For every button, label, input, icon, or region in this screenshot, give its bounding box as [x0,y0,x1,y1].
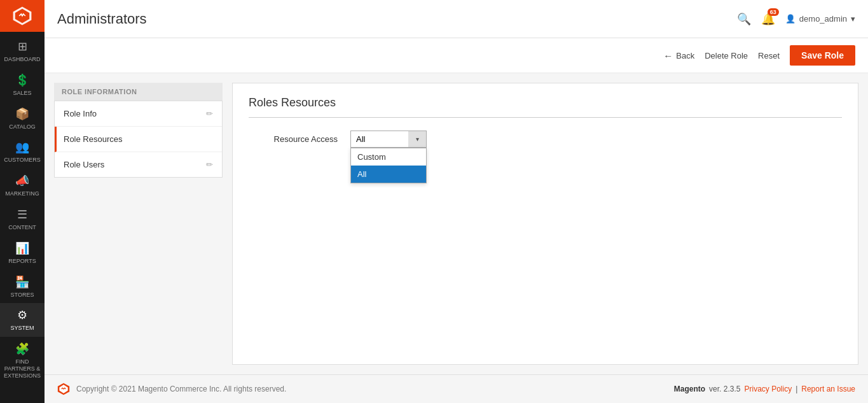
sidebar-item-reports[interactable]: 📊REPORTS [0,236,45,270]
sidebar-item-stores[interactable]: 🏪STORES [0,270,45,304]
page-title: Administrators [57,11,147,27]
delete-role-button[interactable]: Delete Role [705,51,748,60]
sidebar-item-catalog[interactable]: 📦CATALOG [0,102,45,136]
sidebar-item-customers[interactable]: 👥CUSTOMERS [0,135,45,169]
sidebar-label-system: SYSTEM [10,325,34,332]
reset-label: Reset [758,51,780,60]
footer-magento: Magento [674,385,705,393]
user-chevron-icon: ▾ [851,14,855,24]
search-icon[interactable]: 🔍 [737,12,751,26]
sidebar-item-extensions[interactable]: 🧩FIND PARTNERS & EXTENSIONS [0,337,45,384]
nav-item-role-users[interactable]: Role Users✏ [55,152,222,177]
sidebar-label-dashboard: DASHBOARD [4,56,40,63]
sales-icon: 💲 [15,73,29,87]
resource-access-dropdown-wrapper: All ▾ Custom All [350,131,427,148]
footer: Copyright © 2021 Magento Commerce Inc. A… [45,374,868,403]
sidebar-item-content[interactable]: ☰CONTENT [0,202,45,236]
dropdown-selected-value: All [351,131,426,147]
extensions-icon: 🧩 [15,342,29,356]
report-issue-link[interactable]: Report an Issue [801,385,855,393]
footer-logo-icon [57,383,70,395]
nav-item-label-role-info: Role Info [64,109,97,118]
sidebar-item-marketing[interactable]: 📣MARKETING [0,169,45,202]
delete-role-label: Delete Role [705,51,748,60]
footer-right: Magento ver. 2.3.5 Privacy Policy | Repo… [674,385,855,393]
nav-item-label-role-users: Role Users [64,160,104,169]
sidebar-item-system[interactable]: ⚙SYSTEM [0,303,45,337]
resource-access-label: Resource Access [249,131,338,144]
bell-icon[interactable]: 🔔 63 [761,12,775,26]
user-menu[interactable]: 👤 demo_admin ▾ [785,14,855,24]
content-area: ROLE INFORMATION Role Info✏Role Resource… [45,73,868,374]
bell-badge: 63 [768,8,779,16]
sidebar-label-sales: SALES [13,90,31,97]
edit-icon-role-info[interactable]: ✏ [206,109,213,118]
sidebar-item-sales[interactable]: 💲SALES [0,68,45,102]
save-role-button[interactable]: Save Role [790,45,855,66]
main-area: Administrators 🔍 🔔 63 👤 demo_admin ▾ ← B… [45,0,868,403]
right-panel: Roles Resources Resource Access All ▾ Cu… [232,83,858,365]
system-icon: ⚙ [17,308,27,322]
nav-item-label-role-resources: Role Resources [64,134,123,144]
sidebar-label-reports: REPORTS [8,258,36,265]
sidebar-label-catalog: CATALOG [9,124,36,131]
nav-item-role-resources[interactable]: Role Resources [55,127,222,152]
footer-copyright: Copyright © 2021 Magento Commerce Inc. A… [76,385,286,393]
sidebar-label-marketing: MARKETING [5,190,39,197]
user-name: demo_admin [799,14,847,24]
user-icon: 👤 [785,14,796,24]
section-title: ROLE INFORMATION [54,83,223,101]
dropdown-option-custom[interactable]: Custom [351,148,426,166]
sidebar-label-stores: STORES [11,292,34,299]
privacy-policy-link[interactable]: Privacy Policy [744,385,792,393]
roles-resources-heading: Roles Resources [249,96,842,118]
reset-button[interactable]: Reset [758,51,780,60]
nav-items: Role Info✏Role ResourcesRole Users✏ [54,101,223,178]
customers-icon: 👥 [15,140,29,154]
reports-icon: 📊 [15,241,29,255]
dashboard-icon: ⊞ [18,39,27,53]
dropdown-option-all[interactable]: All [351,166,426,183]
footer-left: Copyright © 2021 Magento Commerce Inc. A… [57,383,286,395]
nav-item-role-info[interactable]: Role Info✏ [55,101,222,127]
sidebar-label-extensions: FIND PARTNERS & EXTENSIONS [3,358,42,379]
edit-icon-role-users[interactable]: ✏ [206,160,213,169]
sidebar-item-dashboard[interactable]: ⊞DASHBOARD [0,34,45,68]
resource-access-dropdown[interactable]: All ▾ [350,131,427,148]
back-label: Back [676,51,694,60]
footer-version-number: ver. 2.3.5 [709,385,740,393]
header: Administrators 🔍 🔔 63 👤 demo_admin ▾ [45,0,868,38]
dropdown-open-list: Custom All [350,148,427,183]
content-icon: ☰ [17,208,27,222]
back-arrow-icon: ← [663,50,673,61]
sidebar-label-content: CONTENT [8,224,36,231]
sidebar-label-customers: CUSTOMERS [4,157,40,164]
sidebar-logo [0,0,45,32]
marketing-icon: 📣 [15,174,29,188]
header-actions: 🔍 🔔 63 👤 demo_admin ▾ [737,12,855,26]
catalog-icon: 📦 [15,107,29,121]
toolbar: ← Back Delete Role Reset Save Role [45,38,868,73]
sidebar: ⊞DASHBOARD💲SALES📦CATALOG👥CUSTOMERS📣MARKE… [0,0,45,403]
stores-icon: 🏪 [15,275,29,289]
footer-separator: | [796,385,797,393]
resource-access-row: Resource Access All ▾ Custom All [249,131,842,148]
back-button[interactable]: ← Back [663,50,694,61]
save-role-label: Save Role [801,50,844,60]
left-panel: ROLE INFORMATION Role Info✏Role Resource… [45,73,232,374]
